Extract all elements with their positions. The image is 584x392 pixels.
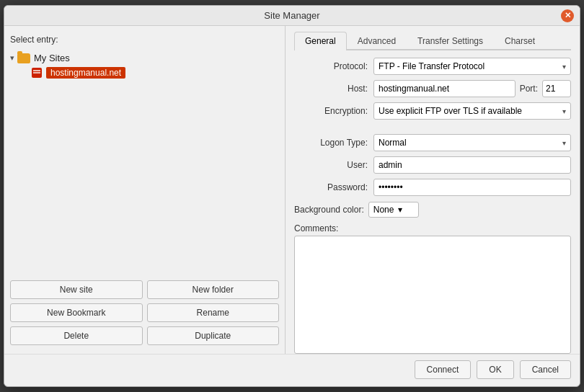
encryption-value: Use explicit FTP over TLS if available — [379, 106, 522, 116]
protocol-select[interactable]: FTP - File Transfer Protocol ▾ — [373, 58, 571, 75]
encryption-row: Encryption: Use explicit FTP over TLS if… — [294, 102, 571, 120]
logon-type-label: Logon Type: — [294, 138, 373, 148]
password-control — [373, 179, 571, 196]
user-row: User: — [294, 156, 571, 174]
protocol-dropdown-icon: ▾ — [562, 63, 566, 71]
tabs: General Advanced Transfer Settings Chars… — [294, 32, 571, 50]
bg-color-row: Background color: None ▾ — [294, 202, 571, 218]
rename-button[interactable]: Rename — [147, 303, 280, 322]
password-row: Password: — [294, 179, 571, 196]
new-site-button[interactable]: New site — [10, 280, 143, 299]
ok-button[interactable]: OK — [477, 360, 513, 379]
new-folder-button[interactable]: New folder — [147, 280, 280, 299]
logon-type-dropdown-icon: ▾ — [562, 139, 566, 147]
close-button[interactable]: ✕ — [561, 9, 574, 22]
folder-icon — [17, 53, 30, 63]
site-item-hostingmanual[interactable]: hostingmanual.net — [4, 66, 285, 80]
bottom-buttons: New site New folder New Bookmark Rename … — [4, 273, 285, 354]
password-label: Password: — [294, 182, 373, 192]
tab-charset[interactable]: Charset — [494, 32, 546, 50]
dialog-content: Select entry: ▾ My Sites hostingmanual.n… — [4, 26, 580, 354]
right-panel: General Advanced Transfer Settings Chars… — [286, 26, 580, 354]
new-bookmark-button[interactable]: New Bookmark — [10, 303, 143, 322]
dialog-title: Site Manager — [264, 10, 319, 21]
host-control: Port: — [373, 80, 571, 97]
duplicate-button[interactable]: Duplicate — [147, 326, 280, 345]
comments-textarea[interactable] — [294, 236, 571, 354]
site-icon — [32, 68, 42, 78]
tab-transfer-settings[interactable]: Transfer Settings — [407, 32, 494, 50]
bg-color-select[interactable]: None ▾ — [368, 202, 419, 218]
left-panel: Select entry: ▾ My Sites hostingmanual.n… — [4, 26, 286, 354]
folder-label: My Sites — [34, 53, 70, 63]
host-row: Host: Port: — [294, 80, 571, 97]
encryption-dropdown-icon: ▾ — [562, 107, 566, 115]
encryption-control: Use explicit FTP over TLS if available ▾ — [373, 102, 571, 120]
protocol-label: Protocol: — [294, 61, 373, 71]
logon-type-select[interactable]: Normal ▾ — [373, 134, 571, 151]
site-label: hostingmanual.net — [46, 67, 125, 79]
port-label: Port: — [520, 84, 538, 94]
protocol-row: Protocol: FTP - File Transfer Protocol ▾ — [294, 58, 571, 75]
title-bar: Site Manager ✕ — [4, 6, 580, 26]
logon-type-value: Normal — [379, 138, 407, 148]
site-manager-dialog: Site Manager ✕ Select entry: ▾ My Sites … — [4, 5, 580, 387]
select-entry-label: Select entry: — [4, 32, 285, 49]
user-label: User: — [294, 160, 373, 170]
connect-button[interactable]: Connect — [415, 360, 472, 379]
tab-general[interactable]: General — [294, 32, 347, 50]
logon-type-row: Logon Type: Normal ▾ — [294, 134, 571, 151]
tab-advanced[interactable]: Advanced — [347, 32, 407, 50]
encryption-select[interactable]: Use explicit FTP over TLS if available ▾ — [373, 102, 571, 120]
spacer-1 — [294, 125, 571, 129]
port-input[interactable] — [542, 80, 571, 97]
tree-area: ▾ My Sites hostingmanual.net — [4, 49, 285, 273]
host-input[interactable] — [373, 80, 516, 97]
bg-color-value: None — [373, 205, 394, 215]
comments-label: Comments: — [294, 223, 571, 233]
user-input[interactable] — [373, 156, 571, 174]
folder-item-my-sites[interactable]: ▾ My Sites — [4, 50, 285, 66]
protocol-value: FTP - File Transfer Protocol — [379, 61, 485, 71]
host-label: Host: — [294, 84, 373, 94]
folder-arrow-icon: ▾ — [10, 53, 14, 63]
protocol-control: FTP - File Transfer Protocol ▾ — [373, 58, 571, 75]
encryption-label: Encryption: — [294, 106, 373, 116]
dialog-footer: Connect OK Cancel — [4, 354, 580, 386]
cancel-button[interactable]: Cancel — [520, 360, 571, 379]
delete-button[interactable]: Delete — [10, 326, 143, 345]
form-grid: Protocol: FTP - File Transfer Protocol ▾… — [294, 58, 571, 196]
bg-color-dropdown-icon: ▾ — [398, 205, 402, 215]
user-control — [373, 156, 571, 174]
password-input[interactable] — [373, 179, 571, 196]
logon-type-control: Normal ▾ — [373, 134, 571, 151]
bg-color-label: Background color: — [294, 205, 364, 215]
